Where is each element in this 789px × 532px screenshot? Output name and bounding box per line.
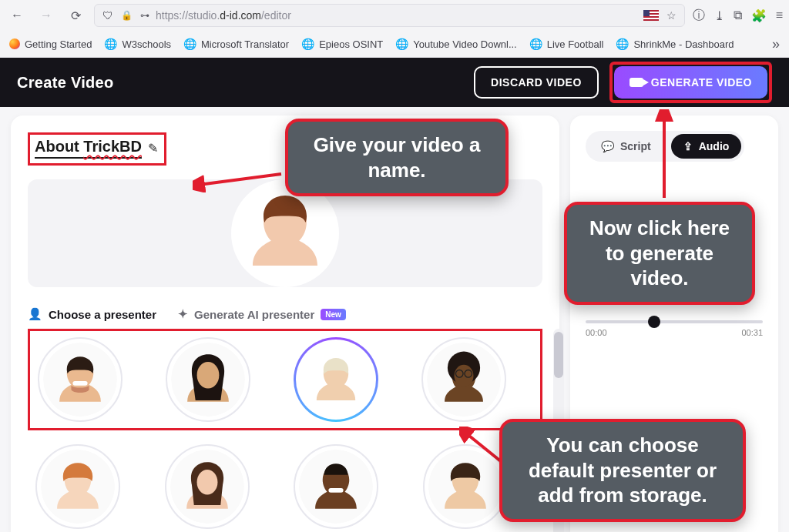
video-title-highlight: About TrickBD ✎ [28,132,166,166]
globe-icon: 🌐 [529,38,542,50]
info-icon[interactable]: ⓘ [693,8,705,24]
download-icon[interactable]: ⤓ [714,8,724,23]
track-knob[interactable] [648,316,660,328]
audio-track[interactable] [586,320,763,323]
scrollbar-thumb[interactable] [554,332,563,378]
screenshot-icon[interactable]: ⧉ [734,8,742,22]
globe-icon: 🌐 [104,38,117,50]
svg-line-17 [199,174,281,185]
new-badge: New [321,309,346,320]
arrow-to-title [193,166,285,192]
svg-point-4 [197,362,220,389]
reload-button[interactable]: ⟳ [65,5,86,26]
presenter-option[interactable] [166,337,250,422]
bookmark-w3schools[interactable]: 🌐W3schools [104,38,171,50]
menu-icon[interactable]: ≡ [776,8,783,22]
time-end: 00:31 [741,328,763,337]
chat-icon: 💬 [601,140,614,152]
browser-chrome: ← → ⟳ 🛡︎ 🔒 ⊶ https://studio.d-id.com/edi… [0,0,789,58]
person-icon: 👤 [28,307,42,321]
svg-rect-2 [72,381,87,386]
firefox-icon [9,38,20,49]
svg-rect-15 [328,488,343,493]
svg-point-13 [196,470,217,495]
url-text: https://studio.d-id.com/editor [156,9,636,22]
callout-name: Give your video a name. [285,119,509,196]
page-title: Create Video [17,74,114,92]
presenter-option[interactable] [165,444,250,529]
generate-video-button[interactable]: GENERATE VIDEO [614,66,767,99]
globe-icon: 🌐 [301,38,314,50]
puzzle-icon[interactable]: 🧩 [751,8,767,23]
presenter-option[interactable] [38,337,123,422]
presenter-option[interactable] [421,337,506,422]
permissions-icon: ⊶ [140,10,148,21]
generate-highlight: GENERATE VIDEO [609,62,772,103]
bookmark-youtube-dl[interactable]: 🌐Youtube Video Downl... [395,38,516,50]
video-title-input[interactable]: About TrickBD [35,138,142,159]
globe-icon: 🌐 [616,38,629,50]
bookmark-shrinkme[interactable]: 🌐ShrinkMe - Dashboard [616,38,734,50]
time-start: 00:00 [586,328,607,337]
callout-presenter: You can choose default presenter or add … [499,419,746,522]
globe-icon: 🌐 [183,38,196,50]
presenter-grid-highlight [28,329,542,430]
forward-button[interactable]: → [35,5,57,26]
shield-icon: 🛡︎ [102,9,113,22]
flag-icon [643,10,659,21]
camera-icon [630,78,643,87]
presenter-option[interactable] [294,444,378,529]
callout-generate: Now click here to generate video. [564,202,755,305]
pencil-icon[interactable]: ✎ [148,141,158,156]
bookmark-live-football[interactable]: 🌐Live Football [529,38,604,50]
discard-video-button[interactable]: DISCARD VIDEO [474,66,599,99]
bookmark-microsoft-translator[interactable]: 🌐Microsoft Translator [183,38,289,50]
tab-choose-presenter[interactable]: 👤 Choose a presenter [28,307,156,321]
bookmark-epieos[interactable]: 🌐Epieos OSINT [301,38,383,50]
bookmarks-overflow-icon[interactable]: » [772,36,780,52]
browser-toolbar: ← → ⟳ 🛡︎ 🔒 ⊶ https://studio.d-id.com/edi… [0,0,789,31]
app-header: Create Video DISCARD VIDEO GENERATE VIDE… [0,58,789,107]
browser-right-icons: ⓘ ⤓ ⧉ 🧩 ≡ [693,8,783,24]
sparkle-icon: ✦ [178,307,188,321]
presenter-option-selected[interactable] [294,337,378,422]
back-button[interactable]: ← [6,5,28,26]
presenter-option[interactable] [35,444,120,529]
lock-icon: 🔒 [121,10,133,21]
presenter-tabs: 👤 Choose a presenter ✦ Generate AI prese… [28,307,542,321]
arrow-to-generate [647,109,686,202]
time-row: 00:00 00:31 [586,328,763,337]
tab-generate-ai-presenter[interactable]: ✦ Generate AI presenter New [178,307,346,321]
url-bar[interactable]: 🛡︎ 🔒 ⊶ https://studio.d-id.com/editor ☆ [94,4,685,27]
bookmarks-bar: Getting Started 🌐W3schools 🌐Microsoft Tr… [0,31,789,57]
star-icon[interactable]: ☆ [666,9,677,22]
bookmark-getting-started[interactable]: Getting Started [9,38,92,50]
presenter-grid [32,333,539,427]
globe-icon: 🌐 [395,38,408,50]
